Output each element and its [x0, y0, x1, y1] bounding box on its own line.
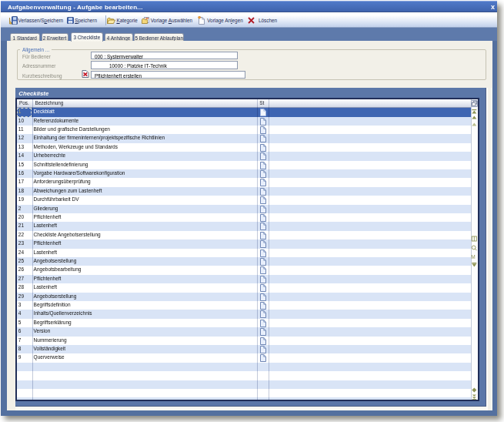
svg-text:M: M [471, 254, 475, 260]
